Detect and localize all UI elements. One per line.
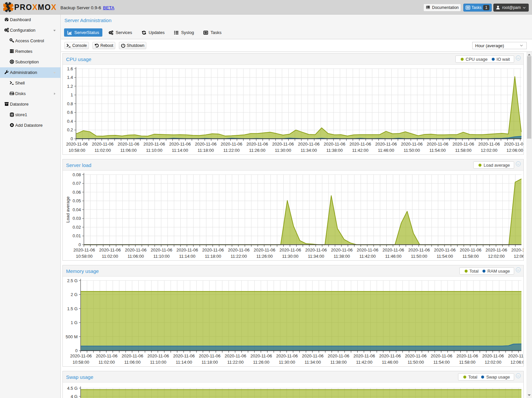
svg-text:2020-11-06: 2020-11-06 (176, 248, 198, 252)
svg-text:11:22:00: 11:22:00 (227, 360, 244, 365)
svg-text:11:26:00: 11:26:00 (253, 360, 269, 365)
svg-text:1.2: 1.2 (67, 84, 73, 89)
svg-text:10:58:00: 10:58:00 (69, 148, 86, 153)
svg-text:11:58:00: 11:58:00 (462, 254, 479, 259)
svg-text:2020-11-06: 2020-11-06 (460, 248, 481, 252)
svg-text:11:38:00: 11:38:00 (330, 360, 347, 365)
svg-text:2020-11-06: 2020-11-06 (147, 353, 169, 358)
svg-text:11:54:00: 11:54:00 (429, 148, 446, 153)
svg-text:10:58:00: 10:58:00 (73, 360, 89, 365)
svg-text:0.02: 0.02 (73, 225, 81, 230)
svg-text:11:10:00: 11:10:00 (153, 254, 170, 259)
svg-text:11:34:00: 11:34:00 (301, 148, 317, 153)
svg-text:2020-11-06: 2020-11-06 (504, 142, 523, 147)
svg-text:0.01: 0.01 (73, 233, 81, 238)
svg-text:11:46:00: 11:46:00 (382, 360, 398, 365)
svg-text:0.08: 0.08 (73, 172, 81, 177)
svg-text:2020-11-06: 2020-11-06 (427, 142, 448, 147)
svg-text:11:50:00: 11:50:00 (404, 148, 420, 153)
svg-text:1.5 G: 1.5 G (67, 306, 78, 311)
svg-text:11:54:00: 11:54:00 (437, 254, 453, 259)
svg-text:11:10:00: 11:10:00 (150, 360, 166, 365)
svg-text:2020-11-06: 2020-11-06 (225, 353, 246, 358)
svg-text:2020-11-06: 2020-11-06 (151, 248, 172, 252)
svg-text:2020-11-06: 2020-11-06 (508, 353, 523, 358)
svg-text:2020-11-06: 2020-11-06 (125, 248, 147, 252)
svg-text:2020-11-06: 2020-11-06 (375, 142, 397, 147)
svg-text:0: 0 (79, 242, 81, 247)
svg-text:2020-11-06: 2020-11-06 (143, 142, 165, 147)
svg-text:Load average: Load average (65, 196, 70, 223)
svg-text:0.4: 0.4 (67, 119, 73, 124)
svg-text:12:06:00: 12:06:00 (511, 360, 523, 365)
svg-text:1.6: 1.6 (67, 66, 73, 71)
svg-text:11:54:00: 11:54:00 (433, 360, 450, 365)
svg-text:11:06:00: 11:06:00 (127, 254, 144, 259)
svg-text:11:46:00: 11:46:00 (385, 254, 402, 259)
svg-text:2020-11-06: 2020-11-06 (173, 353, 195, 358)
svg-text:11:18:00: 11:18:00 (197, 148, 214, 153)
svg-text:2020-11-06: 2020-11-06 (298, 142, 320, 147)
svg-text:2020-11-06: 2020-11-06 (305, 248, 327, 252)
svg-text:2020-11-06: 2020-11-06 (250, 353, 272, 358)
svg-text:2020-11-06: 2020-11-06 (382, 248, 404, 252)
svg-text:11:30:00: 11:30:00 (279, 360, 295, 365)
svg-text:11:42:00: 11:42:00 (352, 148, 369, 153)
svg-text:2020-11-06: 2020-11-06 (401, 142, 423, 147)
svg-text:2020-11-06: 2020-11-06 (405, 353, 427, 358)
svg-text:2020-11-06: 2020-11-06 (331, 248, 353, 252)
svg-text:11:02:00: 11:02:00 (98, 360, 115, 365)
svg-text:2020-11-06: 2020-11-06 (66, 142, 88, 147)
svg-text:2020-11-06: 2020-11-06 (279, 248, 301, 252)
svg-text:10:58:00: 10:58:00 (76, 254, 93, 259)
svg-text:2020-11-06: 2020-11-06 (169, 142, 191, 147)
svg-text:2020-11-06: 2020-11-06 (431, 353, 452, 358)
svg-text:2020-11-06: 2020-11-06 (272, 142, 294, 147)
svg-text:2020-11-06: 2020-11-06 (357, 248, 378, 252)
svg-text:11:26:00: 11:26:00 (256, 254, 273, 259)
svg-text:2020-11-06: 2020-11-06 (195, 142, 217, 147)
svg-text:11:18:00: 11:18:00 (201, 360, 218, 365)
svg-text:2020-11-06: 2020-11-06 (349, 142, 371, 147)
svg-text:2020-11-06: 2020-11-06 (199, 353, 221, 358)
svg-text:2 G: 2 G (71, 292, 78, 297)
svg-text:2020-11-06: 2020-11-06 (73, 248, 95, 252)
svg-text:2020-11-06: 2020-11-06 (434, 248, 456, 252)
svg-text:2020-11-06: 2020-11-06 (456, 353, 478, 358)
svg-text:2020-11-06: 2020-11-06 (202, 248, 224, 252)
svg-text:11:30:00: 11:30:00 (282, 254, 299, 259)
svg-text:11:06:00: 11:06:00 (120, 148, 137, 153)
svg-text:2020-11-06: 2020-11-06 (302, 353, 324, 358)
svg-text:11:38:00: 11:38:00 (326, 148, 343, 153)
svg-text:2020-11-06: 2020-11-06 (482, 353, 504, 358)
svg-text:12:06:00: 12:06:00 (507, 148, 523, 153)
svg-text:2020-11-06: 2020-11-06 (353, 353, 375, 358)
svg-text:0.05: 0.05 (73, 198, 81, 203)
svg-text:2020-11-06: 2020-11-06 (96, 353, 118, 358)
svg-text:0.06: 0.06 (73, 190, 81, 195)
svg-text:2020-11-06: 2020-11-06 (118, 142, 139, 147)
svg-text:2020-11-06: 2020-11-06 (511, 248, 523, 252)
svg-text:11:10:00: 11:10:00 (146, 148, 162, 153)
svg-text:0.07: 0.07 (73, 181, 81, 186)
svg-text:2020-11-06: 2020-11-06 (122, 353, 143, 358)
svg-text:11:02:00: 11:02:00 (102, 254, 118, 259)
svg-text:11:18:00: 11:18:00 (205, 254, 221, 259)
svg-text:2020-11-06: 2020-11-06 (379, 353, 401, 358)
svg-text:1 G: 1 G (71, 320, 78, 325)
svg-text:0.04: 0.04 (73, 207, 81, 212)
svg-text:2020-11-06: 2020-11-06 (452, 142, 474, 147)
svg-text:11:42:00: 11:42:00 (359, 254, 376, 259)
svg-text:11:26:00: 11:26:00 (249, 148, 266, 153)
svg-text:2020-11-06: 2020-11-06 (70, 353, 92, 358)
svg-text:1.4: 1.4 (67, 75, 73, 80)
svg-text:2020-11-06: 2020-11-06 (221, 142, 242, 147)
svg-text:11:46:00: 11:46:00 (378, 148, 394, 153)
svg-text:2020-11-06: 2020-11-06 (324, 142, 345, 147)
svg-text:12:02:00: 12:02:00 (488, 254, 505, 259)
svg-text:11:14:00: 11:14:00 (176, 360, 192, 365)
svg-text:2020-11-06: 2020-11-06 (99, 248, 121, 252)
svg-text:0.6: 0.6 (67, 110, 73, 115)
svg-text:11:50:00: 11:50:00 (408, 360, 424, 365)
svg-text:2020-11-06: 2020-11-06 (246, 142, 268, 147)
